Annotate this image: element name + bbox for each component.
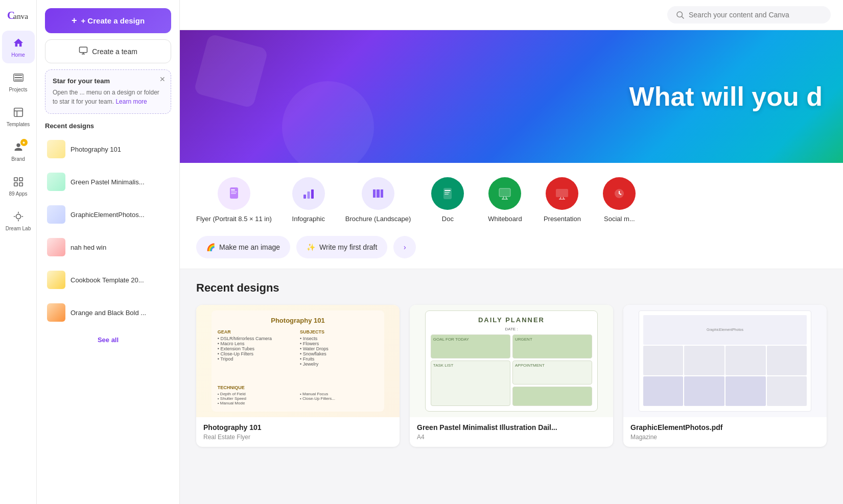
recent-designs-section: Recent designs Photography 101 GEAR • DS…	[180, 269, 843, 504]
design-type-presentation[interactable]: Presentation	[542, 177, 582, 224]
see-all-button[interactable]: See all	[45, 332, 171, 348]
star-card-close-button[interactable]: ✕	[159, 75, 166, 83]
panel-recent-item[interactable]: GraphicElementPhotos...	[45, 201, 171, 228]
svg-rect-20	[307, 191, 310, 199]
card-title: Photography 101	[203, 423, 392, 431]
sidebar-item-templates[interactable]: Templates	[2, 100, 35, 133]
design-type-whiteboard[interactable]: Whiteboard	[484, 177, 525, 224]
svg-rect-8	[19, 178, 22, 181]
card-subtitle: Real Estate Flyer	[203, 434, 392, 441]
panel-recent-thumb	[47, 205, 65, 224]
svg-rect-23	[444, 190, 451, 191]
sparkle-icon: ✨	[307, 243, 315, 251]
create-team-button[interactable]: Create a team	[45, 39, 171, 63]
hero-banner: What will you d	[180, 30, 843, 163]
panel-recent-thumb	[47, 173, 65, 191]
sidebar-item-apps[interactable]: 89 Apps	[2, 170, 35, 202]
card-thumbnail: GraphicElementPhotos	[623, 305, 827, 417]
social-icon	[603, 177, 636, 210]
presentation-label: Presentation	[544, 215, 581, 224]
ai-buttons-row: 🌈 Make me an image ✨ Write my first draf…	[180, 232, 843, 269]
sidebar-item-brand[interactable]: ★ Brand	[2, 135, 35, 167]
whiteboard-icon	[488, 177, 521, 210]
brochure-label: Brochure (Landscape)	[345, 215, 411, 224]
sidebar-item-home[interactable]: Home	[2, 31, 35, 63]
doc-label: Doc	[442, 215, 454, 224]
svg-rect-21	[311, 189, 314, 199]
panel-recent-name: Orange and Black Bold ...	[71, 309, 146, 317]
star-card: ✕ Star for your team Open the ... menu o…	[45, 69, 171, 114]
card-info: GraphicElementPhotos.pdf Magazine	[623, 417, 827, 447]
svg-rect-22	[443, 188, 452, 199]
design-types-row: Flyer (Portrait 8.5 × 11 in) Infographic…	[180, 163, 843, 232]
sidebar-item-home-label: Home	[11, 52, 25, 58]
sidebar-item-projects[interactable]: Projects	[2, 65, 35, 98]
panel-recent-item[interactable]: Green Pastel Minimalis...	[45, 169, 171, 195]
panel-recent-name: Cookbook Template 20...	[71, 276, 144, 284]
svg-rect-31	[556, 189, 568, 197]
make-image-label: Make me an image	[219, 243, 280, 251]
panel-recent-item[interactable]: Cookbook Template 20...	[45, 267, 171, 293]
templates-icon	[11, 105, 26, 119]
brochure-icon	[362, 177, 394, 210]
doc-icon	[431, 177, 464, 210]
panel-recent-thumb	[47, 303, 65, 322]
search-input[interactable]	[689, 11, 823, 19]
write-draft-button[interactable]: ✨ Write my first draft	[296, 236, 387, 258]
card-preview: DAILY PLANNER DATE : GOAL FOR TODAY URGE…	[425, 310, 598, 412]
design-card[interactable]: DAILY PLANNER DATE : GOAL FOR TODAY URGE…	[410, 305, 613, 447]
card-thumbnail: Photography 101 GEAR • DSLR/Mirrorless C…	[196, 305, 400, 417]
card-preview: Photography 101 GEAR • DSLR/Mirrorless C…	[212, 310, 384, 412]
hero-title: What will you d	[629, 81, 823, 112]
create-design-button[interactable]: + + Create a design	[45, 8, 171, 33]
sidebar-item-dreamlab[interactable]: Dream Lab	[2, 204, 35, 237]
sidebar-item-templates-label: Templates	[7, 122, 30, 128]
svg-text:anva: anva	[13, 12, 28, 20]
sidebar-item-dreamlab-label: Dream Lab	[6, 226, 31, 232]
app-logo[interactable]: C anva	[6, 6, 31, 25]
cards-grid: Photography 101 GEAR • DSLR/Mirrorless C…	[196, 305, 827, 447]
projects-icon	[11, 70, 26, 85]
panel-recent-name: Green Pastel Minimalis...	[71, 178, 145, 186]
star-card-learn-more-link[interactable]: Learn more	[115, 98, 147, 105]
write-draft-label: Write my first draft	[319, 243, 377, 251]
star-card-text: Open the ... menu on a design or folder …	[53, 88, 163, 106]
flyer-icon	[218, 177, 250, 210]
brand-icon: ★	[11, 140, 26, 154]
make-image-button[interactable]: 🌈 Make me an image	[196, 236, 290, 258]
presentation-icon	[546, 177, 578, 210]
design-type-doc[interactable]: Doc	[427, 177, 468, 224]
search-icon	[675, 10, 685, 19]
ai-more-button[interactable]: ›	[393, 236, 416, 258]
card-subtitle: A4	[417, 434, 606, 441]
card-info: Photography 101 Real Estate Flyer	[196, 417, 400, 447]
design-type-brochure[interactable]: Brochure (Landscape)	[345, 177, 411, 224]
svg-rect-7	[14, 178, 17, 181]
panel-recent-item[interactable]: Photography 101	[45, 136, 171, 162]
design-type-social[interactable]: Social m...	[599, 177, 640, 224]
top-bar	[180, 0, 843, 30]
sidebar-item-apps-label: 89 Apps	[9, 191, 27, 197]
design-card[interactable]: GraphicElementPhotos	[623, 305, 827, 447]
top-search-bar[interactable]	[667, 6, 831, 23]
infographic-label: Infographic	[292, 215, 325, 224]
svg-point-6	[16, 143, 20, 147]
sidebar-item-brand-label: Brand	[11, 156, 25, 162]
design-card[interactable]: Photography 101 GEAR • DSLR/Mirrorless C…	[196, 305, 400, 447]
svg-rect-12	[80, 47, 87, 53]
home-icon	[11, 36, 26, 50]
rainbow-icon: 🌈	[206, 243, 215, 251]
infographic-icon	[292, 177, 325, 210]
panel-recent-item[interactable]: Orange and Black Bold ...	[45, 299, 171, 326]
card-title: Green Pastel Minimalist Illustration Dai…	[417, 423, 606, 431]
design-type-infographic[interactable]: Infographic	[288, 177, 329, 224]
panel-recent-title: Recent designs	[45, 122, 171, 130]
plus-icon: +	[72, 15, 77, 26]
card-thumbnail: DAILY PLANNER DATE : GOAL FOR TODAY URGE…	[410, 305, 613, 417]
chevron-right-icon: ›	[404, 243, 406, 251]
content-area: What will you d Flyer (Portrait 8.5 × 11…	[180, 0, 843, 504]
panel-recent-item[interactable]: nah hed win	[45, 234, 171, 260]
card-subtitle: Magazine	[630, 434, 819, 441]
design-type-flyer[interactable]: Flyer (Portrait 8.5 × 11 in)	[196, 177, 272, 224]
panel-recent-name: nah hed win	[71, 244, 106, 251]
